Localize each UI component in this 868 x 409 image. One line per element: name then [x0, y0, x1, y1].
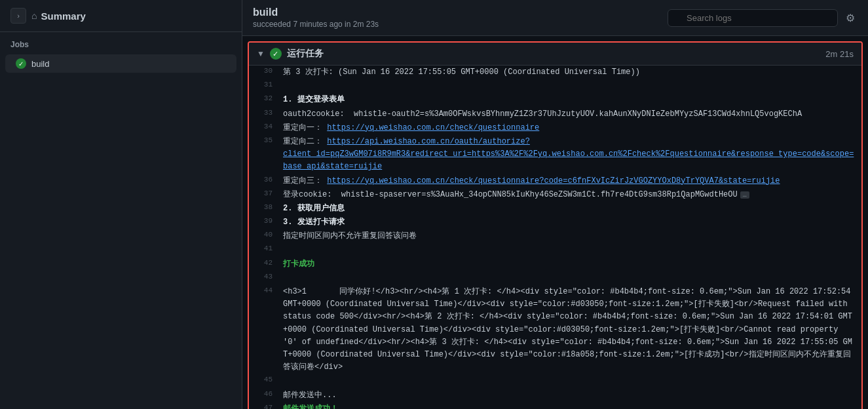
header-left: build succeeded 7 minutes ago in 2m 23s — [253, 7, 379, 29]
line-content: 邮件发送成功！ — [283, 403, 861, 409]
log-line: 43 — [249, 271, 861, 285]
line-number: 35 — [249, 136, 283, 144]
line-number: 42 — [249, 258, 283, 267]
job-header-title: 运行任务 — [287, 48, 324, 60]
line-content: 2. 获取用户信息 — [283, 203, 861, 215]
line-content: 登录cookie: whistle-spaserver=s%3AuaHx_34o… — [283, 189, 861, 201]
redirect-link-2[interactable]: https://api.weishao.com.cn/oauth/authori… — [283, 137, 854, 171]
line-number: 41 — [249, 244, 283, 252]
log-line: 32 1. 提交登录表单 — [249, 93, 861, 107]
line-number: 31 — [249, 80, 283, 88]
log-line: 34 重定向一： https://yq.weishao.com.cn/check… — [249, 121, 861, 135]
log-job-header[interactable]: ▼ ✓ 运行任务 2m 21s — [249, 43, 861, 66]
job-success-badge: ✓ — [270, 48, 282, 60]
job-item-label: build — [31, 59, 49, 69]
line-number: 34 — [249, 122, 283, 130]
line-content: 第 3 次打卡: (Sun Jan 16 2022 17:55:05 GMT+0… — [283, 66, 861, 79]
log-line: 37 登录cookie: whistle-spaserver=s%3AuaHx_… — [249, 188, 861, 202]
line-number: 33 — [249, 108, 283, 117]
chevron-down-icon: ▼ — [257, 49, 265, 58]
line-number: 32 — [249, 94, 283, 102]
log-job-header-left: ▼ ✓ 运行任务 — [257, 48, 324, 60]
main-header: build succeeded 7 minutes ago in 2m 23s … — [242, 0, 868, 36]
line-content: <h3>1 同学你好!</h3><hr/><h4>第 1 次打卡: </h4><… — [283, 286, 861, 374]
log-line: 30 第 3 次打卡: (Sun Jan 16 2022 17:55:05 GM… — [249, 66, 861, 79]
main-content: build succeeded 7 minutes ago in 2m 23s … — [242, 0, 868, 409]
line-number: 44 — [249, 286, 283, 294]
line-number: 36 — [249, 175, 283, 184]
log-line: 40 指定时间区间内不允许重复回答该问卷 — [249, 229, 861, 243]
log-lines: 30 第 3 次打卡: (Sun Jan 16 2022 17:55:05 GM… — [249, 66, 861, 409]
log-line: 41 — [249, 243, 861, 257]
line-content: 重定向二： https://api.weishao.com.cn/oauth/a… — [283, 136, 861, 174]
sidebar-title: ⌂ Summary — [31, 10, 86, 22]
log-line: 36 重定向三： https://yq.weishao.com.cn/check… — [249, 174, 861, 188]
search-logs-input[interactable] — [668, 9, 838, 27]
sidebar-summary-label: Summary — [41, 10, 85, 22]
line-number: 30 — [249, 66, 283, 75]
line-content — [283, 272, 861, 284]
header-right: 🔍 ⚙ — [668, 9, 858, 27]
job-status-icon: ✓ — [16, 58, 26, 69]
line-number: 46 — [249, 389, 283, 398]
page-title: build — [253, 7, 379, 18]
line-number: 38 — [249, 203, 283, 211]
log-area[interactable]: ▼ ✓ 运行任务 2m 21s 30 第 3 次打卡: (Sun Jan 16 … — [242, 36, 868, 409]
gear-icon: ⚙ — [846, 12, 855, 24]
home-icon: ⌂ — [31, 10, 37, 21]
log-line: 31 — [249, 79, 861, 93]
log-line: 39 3. 发送打卡请求 — [249, 216, 861, 229]
log-line: 33 oauth2cookie: whistle-oauth2=s%3Am0OF… — [249, 107, 861, 121]
line-content: 指定时间区间内不允许重复回答该问卷 — [283, 230, 861, 243]
line-content — [283, 244, 861, 256]
log-line: 38 2. 获取用户信息 — [249, 202, 861, 216]
log-line: 42 打卡成功 — [249, 258, 861, 271]
log-line: 47 邮件发送成功！ — [249, 402, 861, 409]
line-content: 重定向一： https://yq.weishao.com.cn/check/qu… — [283, 122, 861, 134]
line-content — [283, 375, 861, 387]
jobs-section-label: Jobs — [0, 32, 242, 53]
line-content: 1. 提交登录表单 — [283, 94, 861, 106]
sidebar-collapse-button[interactable]: › — [10, 8, 26, 24]
line-content: 邮件发送中... — [283, 389, 861, 402]
line-number: 37 — [249, 189, 283, 197]
settings-button[interactable]: ⚙ — [843, 9, 858, 27]
line-content: 重定向三： https://yq.weishao.com.cn/check/qu… — [283, 175, 861, 187]
log-line: 46 邮件发送中... — [249, 389, 861, 402]
sidebar-header: › ⌂ Summary — [0, 0, 242, 32]
build-status-subtitle: succeeded 7 minutes ago in 2m 23s — [253, 20, 379, 29]
sidebar-item-build[interactable]: ✓ build — [5, 54, 236, 73]
log-line: 44 <h3>1 同学你好!</h3><hr/><h4>第 1 次打卡: </h… — [249, 285, 861, 374]
log-line: 35 重定向二： https://api.weishao.com.cn/oaut… — [249, 135, 861, 174]
line-number: 40 — [249, 230, 283, 239]
line-number: 39 — [249, 216, 283, 225]
line-number: 45 — [249, 375, 283, 383]
line-content: 打卡成功 — [283, 258, 861, 271]
line-content — [283, 80, 861, 92]
redirect-link-3[interactable]: https://yq.weishao.com.cn/check/question… — [327, 176, 780, 185]
job-duration: 2m 21s — [825, 49, 854, 59]
line-number: 47 — [249, 403, 283, 409]
line-content: 3. 发送打卡请求 — [283, 216, 861, 229]
line-content: oauth2cookie: whistle-oauth2=s%3Am0OFWsk… — [283, 108, 861, 121]
search-wrapper: 🔍 — [668, 9, 838, 27]
log-line: 45 — [249, 374, 861, 388]
redirect-link-1[interactable]: https://yq.weishao.com.cn/check/question… — [327, 123, 539, 132]
line-number: 43 — [249, 272, 283, 281]
log-container: ▼ ✓ 运行任务 2m 21s 30 第 3 次打卡: (Sun Jan 16 … — [248, 41, 863, 409]
sidebar: › ⌂ Summary Jobs ✓ build — [0, 0, 242, 409]
